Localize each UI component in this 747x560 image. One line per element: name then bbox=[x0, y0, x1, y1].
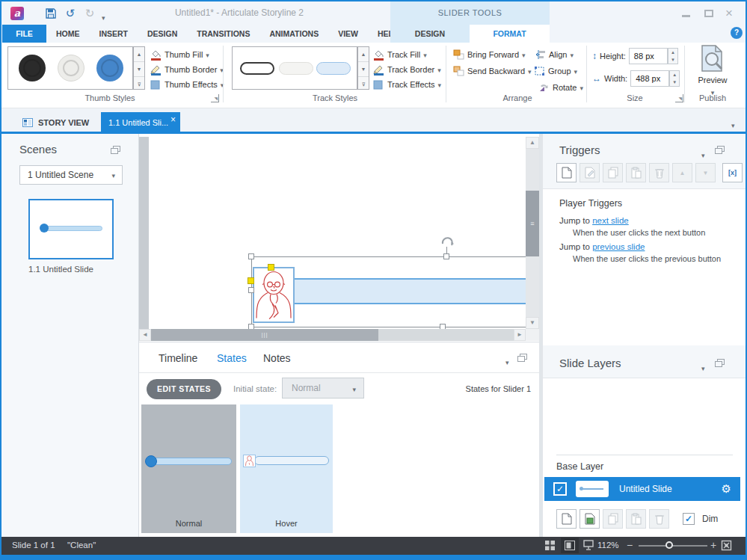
height-input[interactable]: 88 px bbox=[629, 48, 668, 64]
tab-states[interactable]: States bbox=[217, 352, 247, 364]
thumb-style-light[interactable] bbox=[58, 55, 84, 81]
story-view-tab[interactable]: STORY VIEW bbox=[22, 113, 89, 132]
track-fill-button[interactable]: Track Fill bbox=[372, 48, 427, 61]
paste-trigger-button[interactable] bbox=[626, 163, 646, 182]
adjust-handle-thumb-top[interactable] bbox=[268, 264, 274, 271]
vertical-scroll-thumb[interactable]: ≡ bbox=[526, 191, 539, 256]
copy-trigger-button[interactable] bbox=[603, 163, 623, 182]
tab-transitions[interactable]: TRANSITIONS bbox=[187, 25, 259, 43]
move-trigger-down-button[interactable]: ▼ bbox=[695, 163, 716, 182]
panel-float-icon[interactable] bbox=[715, 146, 725, 154]
zoom-slider-track[interactable] bbox=[639, 545, 707, 547]
move-trigger-up-button[interactable]: ▲ bbox=[672, 163, 692, 182]
thumb-style-blue[interactable] bbox=[96, 55, 123, 81]
slider-thumb-image[interactable] bbox=[253, 267, 295, 323]
tab-insert[interactable]: INSERT bbox=[90, 25, 138, 43]
initial-state-dropdown[interactable]: Normal bbox=[282, 378, 364, 399]
track-style-blue[interactable] bbox=[316, 62, 351, 75]
tab-slider-format[interactable]: FORMAT bbox=[470, 25, 550, 43]
layer-row-untitled-slide[interactable]: ✓ Untitled Slide bbox=[544, 477, 740, 501]
trigger-item[interactable]: Jump to previous slide bbox=[559, 242, 645, 251]
track-style-gallery[interactable] bbox=[232, 46, 357, 90]
tabstrip-dropdown-icon[interactable] bbox=[731, 117, 735, 131]
selection-handle-top-left[interactable] bbox=[248, 253, 254, 259]
layer-visibility-checkbox[interactable]: ✓ bbox=[553, 482, 567, 496]
close-tab-icon[interactable] bbox=[170, 109, 176, 131]
scroll-left-icon[interactable]: ◄ bbox=[139, 329, 151, 341]
slider-track-shape[interactable] bbox=[295, 278, 526, 304]
fit-to-window-icon[interactable] bbox=[721, 540, 732, 551]
slide-thumbnail[interactable] bbox=[28, 199, 114, 259]
rotate-button[interactable]: Rotate bbox=[538, 81, 583, 94]
duplicate-layer-button[interactable] bbox=[580, 509, 600, 529]
tab-home[interactable]: HOME bbox=[46, 25, 90, 43]
tab-view[interactable]: VIEW bbox=[328, 25, 368, 43]
gallery-scroll-down-icon[interactable]: ▼ bbox=[358, 62, 369, 77]
copy-layer-button[interactable] bbox=[603, 509, 623, 529]
slide-view-toggle-active[interactable] bbox=[561, 538, 579, 553]
horizontal-scroll-thumb[interactable]: ||| bbox=[151, 329, 378, 341]
thumb-border-button[interactable]: Thumb Border bbox=[150, 63, 224, 76]
track-gallery-scroll[interactable]: ▲ ▼ ⊽ bbox=[357, 46, 369, 90]
thumb-gallery-scroll[interactable]: ▲ ▼ ⊽ bbox=[133, 46, 145, 90]
track-style-dark[interactable] bbox=[240, 62, 274, 75]
panel-dropdown-icon[interactable] bbox=[701, 147, 705, 161]
slide-tab-active[interactable]: 1.1 Untitled Sli... bbox=[101, 112, 180, 134]
tab-file[interactable]: FILE bbox=[2, 25, 46, 43]
gallery-scroll-up-icon[interactable]: ▲ bbox=[358, 47, 369, 62]
track-effects-button[interactable]: Track Effects bbox=[372, 78, 441, 91]
maximize-button[interactable] bbox=[704, 10, 713, 17]
track-style-light[interactable] bbox=[279, 62, 313, 75]
gallery-more-icon[interactable]: ⊽ bbox=[134, 77, 144, 91]
horizontal-scrollbar[interactable]: ◄ ||| ► bbox=[139, 329, 526, 341]
trigger-target-link[interactable]: next slide bbox=[592, 216, 629, 225]
scroll-up-icon[interactable]: ▲ bbox=[526, 137, 539, 149]
scene-selector-dropdown[interactable]: 1 Untitled Scene bbox=[19, 165, 123, 185]
horizontal-scroll-track[interactable] bbox=[378, 329, 514, 341]
tab-timeline[interactable]: Timeline bbox=[159, 352, 197, 364]
trigger-item[interactable]: Jump to next slide bbox=[559, 216, 629, 225]
selection-handle-top-center[interactable] bbox=[443, 253, 449, 259]
align-button[interactable]: Align bbox=[535, 48, 574, 61]
size-dialog-launcher[interactable] bbox=[675, 94, 683, 102]
vertical-scrollbar[interactable]: ▲ ≡ ▼ bbox=[526, 137, 539, 329]
panel-dropdown-icon[interactable] bbox=[505, 354, 509, 368]
gallery-scroll-up-icon[interactable]: ▲ bbox=[134, 47, 144, 62]
preview-button[interactable]: Preview bbox=[688, 44, 737, 98]
scroll-right-icon[interactable]: ► bbox=[514, 329, 526, 341]
panel-float-icon[interactable] bbox=[517, 354, 527, 362]
tab-design[interactable]: DESIGN bbox=[138, 25, 187, 43]
gallery-more-icon[interactable]: ⊽ bbox=[358, 77, 369, 91]
panel-dropdown-icon[interactable] bbox=[701, 360, 705, 374]
scroll-down-icon[interactable]: ▼ bbox=[526, 317, 539, 329]
rotation-handle-icon[interactable] bbox=[440, 235, 455, 248]
tab-animations[interactable]: ANIMATIONS bbox=[259, 25, 328, 43]
panel-float-icon[interactable] bbox=[715, 359, 725, 367]
zoom-in-icon[interactable]: + bbox=[710, 539, 716, 551]
delete-layer-button[interactable] bbox=[649, 509, 669, 529]
delete-trigger-button[interactable] bbox=[649, 163, 669, 182]
send-backward-button[interactable]: Send Backward bbox=[453, 64, 532, 78]
group-button[interactable]: Group bbox=[534, 64, 577, 78]
zoom-out-icon[interactable]: − bbox=[627, 539, 633, 551]
save-button[interactable] bbox=[43, 6, 58, 21]
tab-notes[interactable]: Notes bbox=[263, 352, 291, 364]
layer-settings-gear-icon[interactable] bbox=[722, 482, 731, 496]
story-view-toggle-icon[interactable] bbox=[545, 541, 555, 550]
gallery-scroll-down-icon[interactable]: ▼ bbox=[134, 62, 144, 77]
track-border-button[interactable]: Track Border bbox=[372, 63, 441, 76]
state-card-normal[interactable]: Normal bbox=[141, 404, 236, 533]
width-input[interactable]: 488 px bbox=[630, 70, 669, 87]
selection-handle-middle-left[interactable] bbox=[248, 287, 254, 293]
minimize-button[interactable] bbox=[682, 15, 690, 17]
slide-canvas[interactable]: ◄ ||| ► ▲ ≡ ▼ bbox=[139, 134, 539, 342]
edit-states-button[interactable]: EDIT STATES bbox=[147, 379, 221, 399]
close-button[interactable]: × bbox=[725, 6, 733, 21]
preview-toggle-icon[interactable] bbox=[583, 540, 594, 550]
bring-forward-button[interactable]: Bring Forward bbox=[453, 48, 526, 61]
thumb-styles-dialog-launcher[interactable] bbox=[211, 94, 219, 102]
trigger-target-link[interactable]: previous slide bbox=[592, 242, 645, 251]
zoom-slider-thumb[interactable] bbox=[665, 541, 673, 549]
adjust-handle-left[interactable] bbox=[248, 277, 254, 284]
undo-button[interactable]: ↺ bbox=[63, 6, 78, 21]
